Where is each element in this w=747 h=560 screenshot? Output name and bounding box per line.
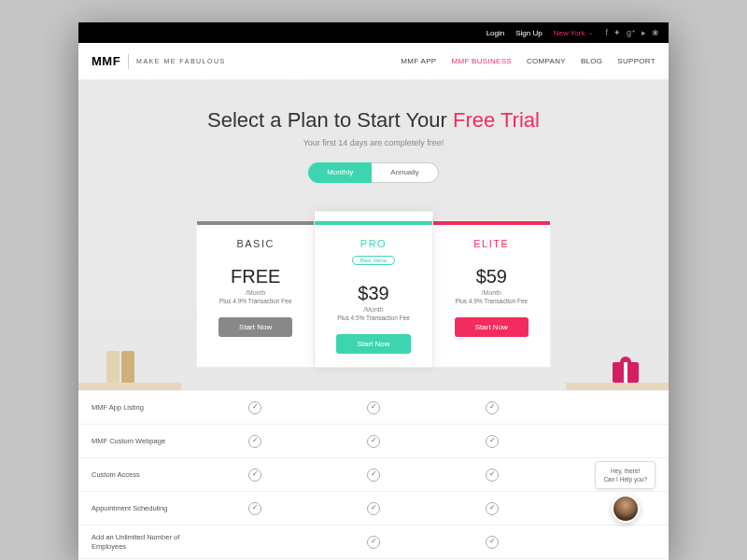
feature-row: Appointment Scheduling: [78, 491, 669, 525]
check-icon: [248, 502, 261, 515]
plan-period: /Month: [433, 289, 550, 296]
nav-mmf-business[interactable]: MMF BUSINESS: [451, 57, 512, 65]
check-icon: [367, 435, 380, 448]
toggle-monthly[interactable]: Monthly: [308, 162, 372, 183]
check-icon: [486, 401, 499, 414]
plan-accent-bar: [433, 221, 550, 225]
folder-icon: [121, 351, 134, 383]
plan-basic: BASIC FREE /Month Plus 4.9% Transaction …: [196, 220, 315, 368]
desk-decor-left: [78, 315, 181, 390]
page-frame: Login Sign Up New York ⌄ f ✦ g⁺ ▸ ❀ MMF …: [78, 22, 669, 560]
check-icon: [367, 401, 380, 414]
start-now-button[interactable]: Start Now: [218, 317, 292, 337]
billing-toggle: Monthly Annually: [308, 162, 439, 183]
desk-decor-right: [566, 315, 669, 390]
best-value-badge: Best Value: [352, 256, 396, 265]
feature-cell: [432, 401, 551, 414]
city-label: New York: [554, 29, 585, 37]
plan-price: FREE: [197, 266, 314, 287]
plan-name: ELITE: [433, 238, 550, 249]
plan-fee: Plus 4.5% Transaction Fee: [315, 315, 431, 321]
feature-cells: [196, 536, 551, 549]
feature-cell: [315, 469, 433, 482]
google-icon[interactable]: g⁺: [627, 28, 636, 37]
topbar: Login Sign Up New York ⌄ f ✦ g⁺ ▸ ❀: [78, 22, 669, 43]
feature-cell: [196, 435, 315, 448]
hero-subtitle: Your first 14 days are completely free!: [78, 138, 669, 147]
feature-cell: [196, 502, 315, 515]
hero-title-pre: Select a Plan to Start Your: [207, 108, 453, 132]
youtube-icon[interactable]: ▸: [641, 28, 646, 37]
feature-cells: [196, 502, 551, 515]
plan-elite: ELITE $59 /Month Plus 4.9% Transaction F…: [433, 220, 551, 368]
city-selector[interactable]: New York ⌄: [554, 29, 595, 37]
chat-line2: Can I Help you?: [603, 476, 647, 483]
feature-cells: [196, 469, 551, 482]
feature-cell: [196, 401, 315, 414]
feature-row: Add an Unlimited Number of Employees: [78, 525, 669, 558]
brand[interactable]: MMF MAKE ME FABULOUS: [92, 54, 226, 69]
plan-accent-bar: [315, 221, 431, 225]
feature-cell: [432, 536, 551, 549]
feature-label: MMF Custom Webpage: [78, 437, 196, 446]
facebook-icon[interactable]: f: [605, 28, 608, 37]
check-icon: [486, 435, 499, 448]
chat-widget[interactable]: Hey, there! Can I Help you?: [595, 461, 655, 523]
check-icon: [486, 536, 499, 549]
signup-link[interactable]: Sign Up: [515, 29, 542, 37]
social-icons: f ✦ g⁺ ▸ ❀: [605, 28, 659, 37]
plan-price: $59: [433, 266, 550, 287]
feature-cell: [315, 502, 433, 515]
toggle-annually[interactable]: Annually: [372, 162, 439, 183]
check-icon: [248, 469, 261, 482]
plan-period: /Month: [197, 289, 314, 296]
feature-label: Appointment Scheduling: [78, 504, 196, 513]
pricing-plans: BASIC FREE /Month Plus 4.9% Transaction …: [196, 220, 551, 368]
chat-line1: Hey, there!: [611, 468, 640, 474]
shelf: [78, 383, 181, 390]
feature-label: Add an Unlimited Number of Employees: [78, 533, 196, 552]
feature-row: MMF App Listing: [78, 390, 669, 424]
feature-cell: [432, 502, 551, 515]
plan-name: BASIC: [197, 238, 314, 249]
plan-fee: Plus 4.9% Transaction Fee: [197, 298, 314, 304]
nav-company[interactable]: COMPANY: [527, 57, 566, 65]
twitter-icon[interactable]: ✦: [613, 28, 621, 37]
feature-row: Custom Access: [78, 457, 669, 491]
feature-label: MMF App Listing: [78, 403, 196, 413]
shelf: [566, 383, 669, 390]
feature-cell: [315, 435, 433, 448]
vine-icon[interactable]: ❀: [652, 28, 659, 37]
brand-separator: [128, 54, 129, 69]
hero-title-accent: Free Trial: [453, 108, 540, 132]
check-icon: [486, 469, 499, 482]
plan-pro: PRO Best Value $39 /Month Plus 4.5% Tran…: [315, 211, 432, 368]
brand-logo: MMF: [92, 54, 120, 68]
hero-title: Select a Plan to Start Your Free Trial: [78, 108, 669, 133]
nav-support[interactable]: SUPPORT: [617, 57, 655, 65]
hero: Select a Plan to Start Your Free Trial Y…: [78, 80, 669, 390]
nav-blog[interactable]: BLOG: [581, 57, 602, 65]
feature-cell: [315, 401, 433, 414]
feature-cell: [196, 536, 315, 549]
nav-mmf-app[interactable]: MMF APP: [401, 57, 436, 65]
feature-row: MMF Custom Webpage: [78, 424, 669, 457]
feature-table: MMF App Listing MMF Custom Webpage Custo…: [78, 390, 669, 560]
chevron-down-icon: ⌄: [588, 29, 594, 36]
feature-cell: [196, 469, 315, 482]
feature-cell: [432, 469, 551, 482]
login-link[interactable]: Login: [486, 29, 505, 37]
check-icon: [367, 502, 380, 515]
start-now-button[interactable]: Start Now: [455, 317, 529, 337]
folder-icon: [106, 351, 120, 383]
start-now-button[interactable]: Start Now: [336, 334, 410, 354]
plan-price: $39: [315, 283, 431, 304]
check-icon: [367, 469, 380, 482]
feature-cell: [432, 435, 551, 448]
feature-cells: [196, 401, 551, 414]
chat-avatar[interactable]: [612, 495, 640, 523]
feature-label: Custom Access: [78, 470, 196, 480]
check-icon: [367, 536, 380, 549]
brand-tagline: MAKE ME FABULOUS: [136, 58, 226, 64]
plan-fee: Plus 4.9% Transaction Fee: [433, 298, 550, 304]
